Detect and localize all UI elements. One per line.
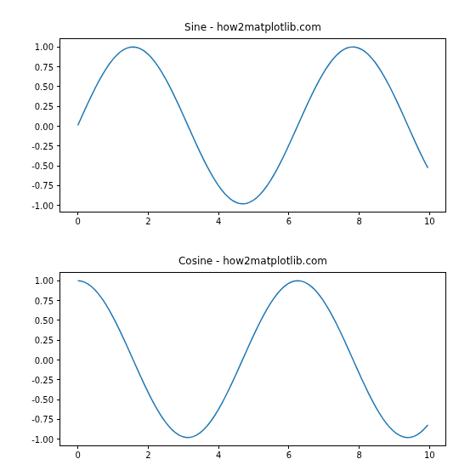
ytick-mark	[57, 205, 60, 206]
ytick-mark	[57, 126, 60, 127]
xtick-label: 10	[424, 450, 435, 460]
ytick-label: -0.50	[31, 162, 54, 171]
ytick-label: -1.00	[31, 434, 54, 444]
xtick-label: 6	[286, 450, 292, 460]
ytick-mark	[57, 185, 60, 186]
line-cosine	[78, 280, 428, 438]
ytick-label: 1.00	[35, 42, 54, 52]
ytick-mark	[57, 66, 60, 67]
xtick-label: 4	[216, 217, 221, 226]
ytick-mark	[57, 300, 60, 301]
chart-panel-sine: 0246810-1.00-0.75-0.50-0.250.000.250.500…	[60, 38, 446, 212]
ytick-mark	[57, 360, 60, 360]
ytick-label: -0.50	[31, 395, 54, 405]
ytick-mark	[57, 379, 60, 380]
chart-panel-cosine: 0246810-1.00-0.75-0.50-0.250.000.250.500…	[60, 272, 446, 446]
ytick-label: 0.50	[35, 315, 54, 325]
ytick-mark	[57, 145, 60, 146]
xtick-mark	[359, 212, 360, 215]
xtick-label: 0	[75, 450, 80, 460]
ytick-mark	[57, 400, 60, 400]
chart-title-cosine: Cosine - how2matplotlib.com	[60, 255, 446, 267]
chart-series-sine	[60, 39, 445, 212]
ytick-label: 0.75	[35, 296, 54, 305]
xtick-label: 8	[356, 450, 361, 460]
ytick-mark	[57, 439, 60, 439]
xtick-mark	[77, 212, 78, 215]
xtick-label: 6	[286, 217, 292, 226]
xtick-label: 10	[424, 217, 435, 226]
xtick-label: 2	[145, 217, 150, 226]
ytick-label: 0.00	[35, 122, 54, 131]
ytick-mark	[57, 419, 60, 420]
ytick-label: -0.25	[31, 141, 54, 150]
chart-title-sine: Sine - how2matplotlib.com	[60, 21, 446, 33]
xtick-mark	[218, 212, 219, 215]
ytick-mark	[57, 340, 60, 341]
ytick-label: -0.25	[31, 375, 54, 384]
ytick-mark	[57, 320, 60, 320]
ytick-label: 0.25	[35, 336, 54, 345]
ytick-mark	[57, 86, 60, 87]
ytick-label: 0.75	[35, 62, 54, 71]
ytick-mark	[57, 106, 60, 107]
xtick-mark	[218, 445, 219, 449]
xtick-label: 8	[356, 217, 361, 226]
xtick-label: 2	[145, 450, 150, 460]
ytick-label: -1.00	[31, 201, 54, 210]
xtick-mark	[77, 445, 78, 449]
xtick-label: 4	[216, 450, 221, 460]
xtick-mark	[148, 212, 149, 215]
ytick-label: 0.50	[35, 82, 54, 91]
ytick-label: 0.00	[35, 355, 54, 365]
xtick-mark	[429, 212, 430, 215]
xtick-label: 0	[75, 217, 80, 226]
ytick-mark	[57, 280, 60, 281]
xtick-mark	[148, 445, 149, 449]
ytick-label: -0.75	[31, 181, 54, 190]
xtick-mark	[359, 445, 360, 449]
line-sine	[78, 47, 428, 203]
ytick-label: -0.75	[31, 415, 54, 424]
ytick-label: 1.00	[35, 276, 54, 286]
xtick-mark	[288, 445, 289, 449]
ytick-label: 0.25	[35, 102, 54, 111]
chart-series-cosine	[60, 273, 445, 445]
ytick-mark	[57, 47, 60, 48]
figure: Sine - how2matplotlib.com 0246810-1.00-0…	[0, 0, 476, 476]
xtick-mark	[429, 445, 430, 449]
ytick-mark	[57, 166, 60, 167]
xtick-mark	[288, 212, 289, 215]
